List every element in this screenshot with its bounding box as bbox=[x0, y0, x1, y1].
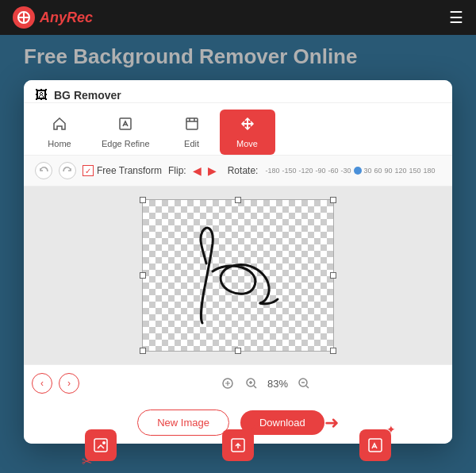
canvas-frame bbox=[142, 199, 334, 352]
enhance-icon bbox=[367, 436, 384, 454]
upload-icon bbox=[229, 436, 247, 454]
svg-rect-3 bbox=[120, 118, 131, 129]
handle-tm[interactable] bbox=[235, 197, 241, 203]
svg-line-8 bbox=[254, 386, 256, 388]
handle-mr[interactable] bbox=[330, 272, 336, 279]
checkbox-icon: ✓ bbox=[83, 165, 94, 176]
edge-refine-icon bbox=[117, 116, 133, 136]
canvas-area bbox=[24, 187, 452, 364]
bg-remover-modal: 🖼 BG Remover Home bbox=[24, 80, 452, 444]
bottom-icon-box-3: ✦ bbox=[359, 429, 391, 461]
modal-overlay: 🖼 BG Remover Home bbox=[0, 35, 476, 473]
free-transform-label: Free Transform bbox=[97, 165, 162, 176]
svg-line-12 bbox=[306, 386, 309, 388]
handle-bl[interactable] bbox=[140, 348, 146, 354]
modal-header: 🖼 BG Remover bbox=[24, 80, 452, 103]
flip-horizontal-button[interactable]: ◀ bbox=[193, 164, 202, 177]
free-transform-checkbox[interactable]: ✓ Free Transform bbox=[83, 165, 162, 176]
signature-svg bbox=[143, 200, 333, 351]
modal-header-icon: 🖼 bbox=[35, 88, 48, 102]
zoom-reset-button[interactable] bbox=[220, 375, 236, 391]
modal-header-title: BG Remover bbox=[54, 89, 121, 102]
tool-edge-refine[interactable]: Edge Refine bbox=[87, 110, 164, 155]
handle-tr[interactable] bbox=[330, 197, 336, 203]
handle-tl[interactable] bbox=[140, 197, 146, 203]
page-background: Free Background Remover Online 🖼 BG Remo… bbox=[0, 35, 476, 473]
svg-rect-5 bbox=[186, 118, 198, 129]
canvas-nav-group: ‹ › bbox=[32, 373, 79, 394]
undo-button[interactable] bbox=[35, 162, 52, 179]
move-icon bbox=[240, 116, 255, 136]
canvas-prev-button[interactable]: ‹ bbox=[32, 373, 52, 394]
zoom-in-button[interactable] bbox=[244, 375, 259, 391]
rotate-scale: -180 -150 -120 -90 -60 -30 30 60 90 120 … bbox=[264, 167, 436, 175]
tool-edit[interactable]: Edit bbox=[164, 110, 220, 155]
edit-label: Edit bbox=[184, 139, 199, 148]
redo-button[interactable] bbox=[59, 162, 76, 179]
handle-ml[interactable] bbox=[140, 272, 146, 279]
flip-label: Flip: bbox=[168, 165, 186, 176]
bottom-icon-box-1: ✂ bbox=[85, 429, 117, 461]
logo-text: AnyRec bbox=[40, 10, 93, 26]
rotate-label: Rotate: bbox=[228, 165, 259, 176]
sparkle-icon-3: ✦ bbox=[386, 423, 396, 436]
handle-bm[interactable] bbox=[235, 348, 241, 354]
hamburger-menu[interactable]: ☰ bbox=[449, 8, 463, 27]
scissors-icon: ✂ bbox=[82, 454, 92, 469]
remove-icon bbox=[92, 436, 109, 454]
bottom-icon-1: ✂ bbox=[85, 429, 117, 461]
handle-br[interactable] bbox=[330, 348, 336, 354]
logo-area: AnyRec bbox=[13, 6, 93, 29]
svg-point-15 bbox=[102, 441, 106, 444]
home-icon bbox=[52, 116, 67, 136]
bottom-icon-3: ✦ bbox=[359, 429, 391, 461]
tool-home[interactable]: Home bbox=[32, 110, 87, 155]
home-label: Home bbox=[48, 139, 71, 148]
bottom-icon-2: ✦ bbox=[222, 429, 254, 461]
edge-refine-label: Edge Refine bbox=[102, 139, 150, 148]
flip-left-icon: ◀ bbox=[193, 164, 202, 177]
canvas-next-button[interactable]: › bbox=[59, 373, 79, 394]
controls-bar: ✓ Free Transform Flip: ◀ ▶ Rotate: -180 … bbox=[24, 155, 452, 187]
logo-icon bbox=[13, 6, 35, 29]
toolbar: Home Edge Refine bbox=[24, 103, 452, 155]
edit-icon bbox=[184, 116, 200, 136]
canvas-checkerboard bbox=[143, 200, 333, 351]
move-label: Move bbox=[236, 139, 258, 148]
sparkle-icon-2: ✦ bbox=[249, 423, 259, 436]
tool-move[interactable]: Move bbox=[220, 110, 275, 155]
zoom-percent: 83% bbox=[267, 378, 288, 390]
bottom-icons-area: ✂ ✦ ✦ bbox=[0, 417, 476, 473]
zoom-out-button[interactable] bbox=[296, 375, 312, 391]
flip-vertical-button[interactable]: ▶ bbox=[208, 164, 217, 177]
flip-right-icon: ▶ bbox=[208, 164, 217, 177]
top-bar: AnyRec ☰ bbox=[0, 0, 476, 35]
rotate-indicator[interactable] bbox=[354, 167, 362, 175]
bottom-icon-box-2: ✦ bbox=[222, 429, 254, 461]
zoom-controls: ‹ › bbox=[24, 364, 452, 402]
